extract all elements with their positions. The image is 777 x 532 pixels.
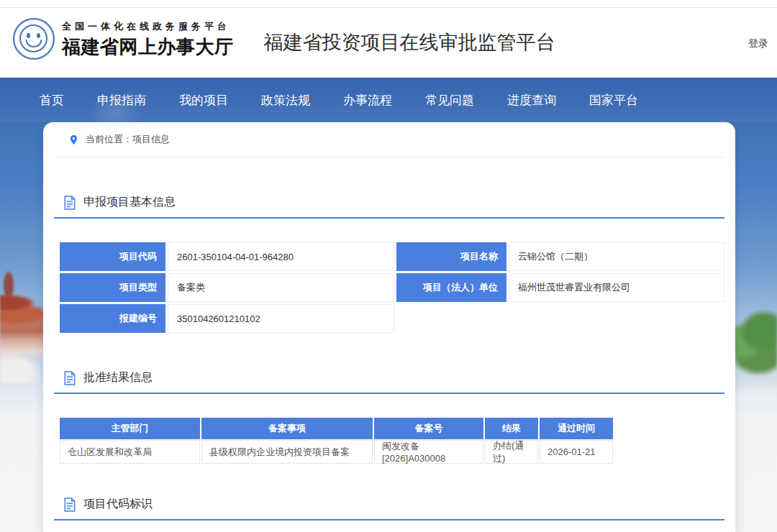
document-icon xyxy=(63,497,76,512)
column-header: 备案号 xyxy=(374,418,483,439)
top-divider xyxy=(0,7,777,8)
empty-cell xyxy=(396,304,506,333)
field-value: 备案类 xyxy=(168,273,394,302)
temple-image xyxy=(0,239,46,383)
nav-item-home[interactable]: 首页 xyxy=(40,92,64,109)
section-title-text: 申报项目基本信息 xyxy=(83,195,176,210)
column-header: 通过时间 xyxy=(540,418,613,439)
nav-item-policies[interactable]: 政策法规 xyxy=(261,92,310,109)
login-link[interactable]: 登录 xyxy=(748,37,768,50)
empty-cell xyxy=(509,304,724,333)
section-basic-info: 申报项目基本信息 项目代码 2601-350104-04-01-964280 项… xyxy=(43,195,735,333)
site-header: 全国一体化在线政务服务平台 福建省网上办事大厅 福建省投资项目在线审批监管平台 … xyxy=(0,0,777,78)
column-header: 主管部门 xyxy=(60,418,200,439)
field-label: 项目代码 xyxy=(60,242,165,271)
section-title-basic-info: 申报项目基本信息 xyxy=(54,195,724,219)
nav-item-progress-query[interactable]: 进度查询 xyxy=(507,92,556,109)
section-title-text: 项目代码标识 xyxy=(83,497,153,512)
field-label: 报建编号 xyxy=(60,304,165,333)
site-logo[interactable]: 全国一体化在线政务服务平台 福建省网上办事大厅 xyxy=(13,18,234,60)
document-icon xyxy=(63,371,76,385)
nav-item-process[interactable]: 办事流程 xyxy=(343,92,392,109)
table-cell: 2026-01-21 xyxy=(540,440,613,464)
section-approval-result: 批准结果信息 主管部门 备案事项 备案号 结果 通过时间 仓山区发展和改革局 县… xyxy=(43,370,735,464)
logo-badge-icon xyxy=(13,18,55,60)
location-pin-icon xyxy=(68,134,79,145)
field-value: 2601-350104-04-01-964280 xyxy=(168,242,394,271)
main-nav: 首页 申报指南 我的项目 政策法规 办事流程 常见问题 进度查询 国家平台 xyxy=(0,78,777,122)
table-cell: 县级权限内企业境内投资项目备案 xyxy=(201,440,373,464)
field-label: 项目类型 xyxy=(60,273,165,302)
table-header-row: 主管部门 备案事项 备案号 结果 通过时间 xyxy=(60,418,613,439)
page-title: 福建省投资项目在线审批监管平台 xyxy=(264,29,555,55)
nav-item-my-projects[interactable]: 我的项目 xyxy=(179,92,228,109)
section-title-project-code: 项目代码标识 xyxy=(54,497,724,520)
field-label: 项目名称 xyxy=(396,242,506,271)
table-cell: 办结(通过) xyxy=(485,440,538,464)
column-header: 备案事项 xyxy=(201,418,373,439)
basic-info-table: 项目代码 2601-350104-04-01-964280 项目名称 云锦公馆（… xyxy=(60,242,724,333)
logo-text: 全国一体化在线政务服务平台 福建省网上办事大厅 xyxy=(62,20,234,60)
nav-item-faq[interactable]: 常见问题 xyxy=(425,92,474,109)
nav-item-declaration-guide[interactable]: 申报指南 xyxy=(97,92,146,109)
field-value: 福州世茂世睿置业有限公司 xyxy=(509,273,724,302)
breadcrumb-label: 当前位置：项目信息 xyxy=(86,133,170,146)
smiley-face-icon xyxy=(19,24,47,52)
field-value: 云锦公馆（二期） xyxy=(509,242,724,271)
table-row: 仓山区发展和改革局 县级权限内企业境内投资项目备案 闽发改备[2026]A030… xyxy=(60,440,613,464)
approval-result-table: 主管部门 备案事项 备案号 结果 通过时间 仓山区发展和改革局 县级权限内企业境… xyxy=(60,418,613,464)
field-value: 3501042601210102 xyxy=(168,304,394,333)
section-project-code: 项目代码标识 xyxy=(43,497,735,520)
section-title-text: 批准结果信息 xyxy=(83,370,153,385)
column-header: 结果 xyxy=(485,418,538,439)
logo-top-line: 全国一体化在线政务服务平台 xyxy=(62,20,234,33)
logo-bottom-line: 福建省网上办事大厅 xyxy=(62,35,234,60)
field-label: 项目（法人）单位 xyxy=(396,273,506,302)
trees-image xyxy=(730,304,777,412)
breadcrumb: 当前位置：项目信息 xyxy=(54,122,724,157)
document-icon xyxy=(63,196,76,210)
table-cell: 闽发改备[2026]A030008 xyxy=(374,440,483,464)
table-cell: 仓山区发展和改革局 xyxy=(60,440,200,464)
content-card: 当前位置：项目信息 申报项目基本信息 项目代码 2601-350104-04-0… xyxy=(43,122,735,532)
nav-item-national-platform[interactable]: 国家平台 xyxy=(589,92,638,109)
section-title-approval-result: 批准结果信息 xyxy=(54,370,724,394)
